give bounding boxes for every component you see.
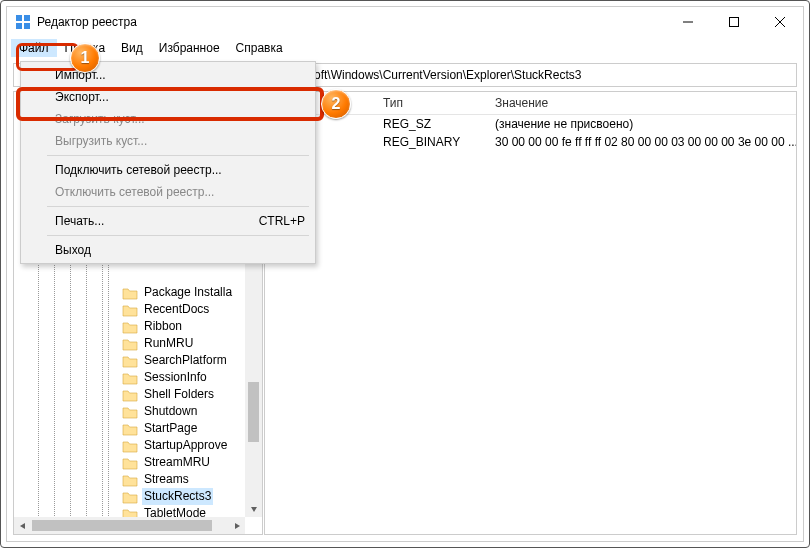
tree-item-label: RunMRU: [142, 335, 195, 352]
col-value[interactable]: Значение: [489, 92, 796, 114]
tree-item-label: Streams: [142, 471, 191, 488]
tree-item-label: StartupApprove: [142, 437, 229, 454]
address-path: oft\Windows\CurrentVersion\Explorer\Stuc…: [314, 68, 581, 82]
menu-favorites[interactable]: Избранное: [151, 39, 228, 57]
tree-item[interactable]: StartupApprove: [14, 437, 234, 454]
svg-rect-3: [24, 23, 30, 29]
menu-item-label: Выход: [55, 243, 91, 257]
menu-item[interactable]: Подключить сетевой реестр...: [23, 159, 313, 181]
svg-rect-5: [730, 18, 739, 27]
tree-item[interactable]: StreamMRU: [14, 454, 234, 471]
menu-separator: [27, 206, 309, 207]
folder-icon: [122, 354, 138, 368]
menu-item-label: Отключить сетевой реестр...: [55, 185, 214, 199]
menubar: Файл Правка Вид Избранное Справка: [7, 37, 803, 59]
tree-item[interactable]: Shutdown: [14, 403, 234, 420]
folder-icon: [122, 320, 138, 334]
tree-item-label: SessionInfo: [142, 369, 209, 386]
maximize-button[interactable]: [711, 7, 757, 37]
tree-item-label: RecentDocs: [142, 301, 211, 318]
value-cell-type: REG_SZ: [377, 116, 489, 132]
scrollbar-thumb-v[interactable]: [248, 382, 259, 442]
col-type[interactable]: Тип: [377, 92, 489, 114]
value-cell-type: REG_BINARY: [377, 134, 489, 150]
menu-separator: [27, 155, 309, 156]
value-cell-value: 30 00 00 00 fe ff ff ff 02 80 00 00 03 0…: [489, 134, 796, 150]
tree-item[interactable]: Ribbon: [14, 318, 234, 335]
tree-item[interactable]: RecentDocs: [14, 301, 234, 318]
annotation-export: [16, 87, 324, 121]
menu-item-label: Выгрузить куст...: [55, 134, 147, 148]
menu-help[interactable]: Справка: [228, 39, 291, 57]
value-row[interactable]: REG_SZ(значение не присвоено): [265, 115, 796, 133]
menu-item-label: Печать...: [55, 214, 104, 228]
folder-icon: [122, 371, 138, 385]
tree-item[interactable]: StuckRects3: [14, 488, 234, 505]
value-row[interactable]: REG_BINARY30 00 00 00 fe ff ff ff 02 80 …: [265, 133, 796, 151]
svg-rect-0: [16, 15, 22, 21]
tree-item[interactable]: SearchPlatform: [14, 352, 234, 369]
menu-item: Выгрузить куст...: [23, 130, 313, 152]
tree-item[interactable]: Streams: [14, 471, 234, 488]
folder-icon: [122, 422, 138, 436]
value-cell-value: (значение не присвоено): [489, 116, 796, 132]
annotation-badge-1: 1: [70, 43, 100, 73]
tree-item-label: Shutdown: [142, 403, 199, 420]
scrollbar-horizontal[interactable]: [14, 517, 245, 534]
close-button[interactable]: [757, 7, 803, 37]
svg-rect-1: [24, 15, 30, 21]
tree-item-label: StuckRects3: [142, 488, 213, 505]
window-title: Редактор реестра: [37, 15, 137, 29]
folder-icon: [122, 456, 138, 470]
folder-icon: [122, 337, 138, 351]
folder-icon: [122, 388, 138, 402]
menu-separator: [27, 235, 309, 236]
minimize-button[interactable]: [665, 7, 711, 37]
menu-item[interactable]: Выход: [23, 239, 313, 261]
scrollbar-thumb-h[interactable]: [32, 520, 212, 531]
tree-item-label: Package Installa: [142, 284, 234, 301]
folder-icon: [122, 490, 138, 504]
menu-item: Отключить сетевой реестр...: [23, 181, 313, 203]
tree-item-label: StartPage: [142, 420, 199, 437]
folder-icon: [122, 439, 138, 453]
tree-item[interactable]: StartPage: [14, 420, 234, 437]
values-pane: чанию) Тип Значение REG_SZ(значение не п…: [264, 91, 797, 535]
folder-icon: [122, 303, 138, 317]
menu-item-shortcut: CTRL+P: [239, 214, 305, 228]
titlebar: Редактор реестра: [7, 7, 803, 37]
app-icon: [15, 14, 31, 30]
tree-item-label: SearchPlatform: [142, 352, 229, 369]
folder-icon: [122, 405, 138, 419]
annotation-badge-2: 2: [321, 89, 351, 119]
folder-icon: [122, 286, 138, 300]
tree-item-label: Shell Folders: [142, 386, 216, 403]
menu-item-label: Подключить сетевой реестр...: [55, 163, 222, 177]
svg-rect-2: [16, 23, 22, 29]
tree-item[interactable]: Shell Folders: [14, 386, 234, 403]
tree-item[interactable]: Package Installa: [14, 284, 234, 301]
tree-item[interactable]: SessionInfo: [14, 369, 234, 386]
menu-view[interactable]: Вид: [113, 39, 151, 57]
folder-icon: [122, 473, 138, 487]
tree-item-label: Ribbon: [142, 318, 184, 335]
tree-item[interactable]: RunMRU: [14, 335, 234, 352]
tree-item-label: StreamMRU: [142, 454, 212, 471]
menu-item[interactable]: Печать...CTRL+P: [23, 210, 313, 232]
